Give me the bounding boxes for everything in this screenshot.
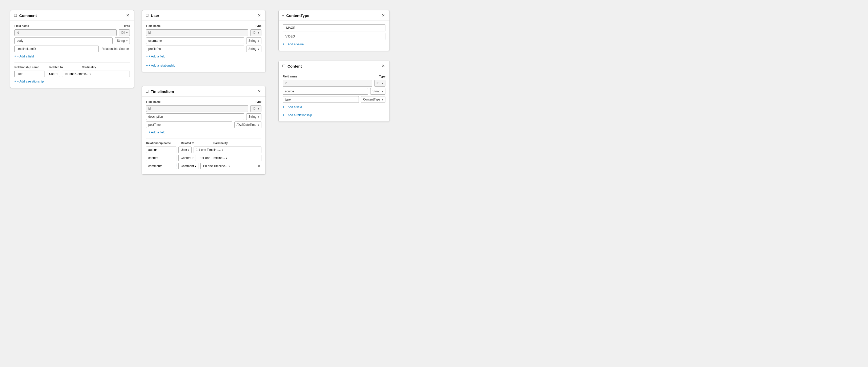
- user-profilepic-input[interactable]: [146, 45, 244, 52]
- user-id-type-chevron: ▾: [258, 31, 259, 34]
- comment-timelineitemid-row: Relationship Source: [14, 45, 130, 52]
- timelineitem-card-header: ☐ TimelineItem ✕: [142, 86, 266, 97]
- comment-card-body: Field name Type ID! ▾ String ▾: [10, 21, 134, 88]
- comment-timelineitemid-input[interactable]: [14, 45, 99, 52]
- comment-add-rel-text: + Add a relationship: [17, 80, 44, 83]
- user-username-type-select[interactable]: String ▾: [246, 37, 261, 44]
- content-add-field-link[interactable]: + + Add a field: [283, 105, 302, 109]
- user-card: ☐ User ✕ Field name Type ID! ▾ String: [142, 10, 266, 72]
- user-id-input[interactable]: [146, 29, 248, 36]
- timelineitem-comments-rel-delete-button[interactable]: ✕: [256, 163, 261, 169]
- timelineitem-description-row: String ▾: [146, 113, 261, 120]
- content-type-input[interactable]: [283, 96, 359, 103]
- timelineitem-author-rel-related-select[interactable]: User ▾: [178, 147, 192, 153]
- content-field-name-label: Field name: [283, 75, 297, 78]
- content-close-button[interactable]: ✕: [381, 64, 386, 69]
- timelineitem-comments-rel-name-input[interactable]: [146, 163, 176, 169]
- comment-card-title: Comment: [19, 13, 123, 18]
- content-type-type-value: ContentType: [363, 98, 380, 101]
- user-add-rel-text: + Add a relationship: [149, 64, 175, 67]
- comment-id-input[interactable]: [14, 29, 117, 36]
- user-username-type-chevron: ▾: [258, 39, 259, 42]
- comment-user-rel-name-input[interactable]: [14, 71, 45, 77]
- content-id-input[interactable]: [283, 80, 372, 87]
- comment-user-rel-row: User ▾ 1:1 one Comme... ▾: [14, 71, 130, 77]
- comment-rel-name-label: Relationship name: [14, 66, 47, 69]
- timelineitem-author-rel-name-input[interactable]: [146, 147, 176, 153]
- timelineitem-rel-related-label: Related to: [181, 142, 211, 145]
- comment-body-type-value: String: [117, 39, 125, 42]
- timelineitem-content-rel-related-select[interactable]: Content ▾: [178, 155, 196, 161]
- contenttype-close-button[interactable]: ✕: [381, 13, 386, 18]
- contenttype-add-value-plus: +: [283, 42, 284, 46]
- comment-user-rel-cardinality-value: 1:1 one Comme...: [64, 72, 88, 76]
- comment-field-name-label: Field name: [14, 24, 29, 27]
- comment-body-input[interactable]: [14, 37, 113, 44]
- timelineitem-author-rel-cardinality-chevron: ▾: [222, 149, 223, 151]
- user-card-header: ☐ User ✕: [142, 10, 266, 21]
- comment-close-button[interactable]: ✕: [125, 13, 130, 18]
- timelineitem-add-field-plus: +: [146, 131, 148, 134]
- comment-card-header: ☐ Comment ✕: [10, 10, 134, 21]
- timelineitem-id-input[interactable]: [146, 105, 248, 112]
- content-source-type-value: String: [373, 90, 380, 93]
- comment-add-field-plus: +: [14, 55, 16, 58]
- timelineitem-rel-cardinality-label: Cardinality: [213, 142, 261, 145]
- timelineitem-add-field-text: + Add a field: [149, 131, 165, 134]
- comment-type-label: Type: [123, 24, 130, 27]
- timelineitem-comments-rel-cardinality-select[interactable]: 1:n one Timeline... ▾: [200, 163, 254, 169]
- comment-user-rel-related-chevron: ▾: [56, 73, 58, 75]
- content-type-type-chevron: ▾: [382, 98, 383, 101]
- timelineitem-posttime-type-select[interactable]: AWSDateTime ▾: [234, 121, 261, 128]
- timelineitem-type-label: Type: [255, 100, 261, 103]
- content-source-input[interactable]: [283, 88, 368, 95]
- timelineitem-close-button[interactable]: ✕: [257, 89, 262, 94]
- timelineitem-description-input[interactable]: [146, 113, 244, 120]
- timelineitem-content-rel-related-chevron: ▾: [192, 157, 194, 159]
- content-card-body: Field name Type ID! ▾ String ▾: [279, 71, 390, 121]
- user-add-field-text: + Add a field: [149, 55, 165, 58]
- user-profilepic-type-select[interactable]: String ▾: [246, 45, 261, 52]
- content-source-type-select[interactable]: String ▾: [370, 88, 385, 95]
- comment-user-rel-related-select[interactable]: User ▾: [47, 71, 60, 77]
- timelineitem-content-rel-name-input[interactable]: [146, 155, 176, 161]
- user-type-label: Type: [255, 24, 261, 27]
- timelineitem-content-rel-cardinality-chevron: ▾: [226, 157, 227, 159]
- user-close-button[interactable]: ✕: [257, 13, 262, 18]
- timelineitem-add-field-link[interactable]: + + Add a field: [146, 131, 165, 134]
- contenttype-image-value: IMAGE: [283, 24, 385, 31]
- user-add-field-link[interactable]: + + Add a field: [146, 55, 165, 58]
- user-card-title: User: [151, 13, 255, 18]
- content-card-title: Content: [287, 64, 379, 68]
- content-type-type-select[interactable]: ContentType ▾: [361, 96, 385, 103]
- timelineitem-comments-rel-related-select[interactable]: Comment ▾: [178, 163, 198, 169]
- content-add-rel-text: + Add a relationship: [285, 113, 312, 117]
- timelineitem-card-body: Field name Type ID! ▾ String ▾: [142, 97, 266, 174]
- timelineitem-content-rel-cardinality-select[interactable]: 1:1 one Timeline... ▾: [198, 155, 261, 161]
- timelineitem-comments-rel-row: Comment ▾ 1:n one Timeline... ▾ ✕: [146, 163, 261, 169]
- user-add-rel-plus: +: [146, 64, 148, 67]
- timelineitem-author-rel-cardinality-select[interactable]: 1:1 one Timeline... ▾: [194, 147, 261, 153]
- comment-add-field-link[interactable]: + + Add a field: [14, 55, 34, 58]
- timelineitem-rel-name-label: Relationship name: [146, 142, 179, 145]
- user-username-input[interactable]: [146, 37, 244, 44]
- contenttype-add-value-link[interactable]: + + Add a value: [283, 42, 304, 46]
- timelineitem-comments-rel-cardinality-value: 1:n one Timeline...: [203, 164, 227, 168]
- comment-rel-related-label: Related to: [49, 66, 80, 69]
- timelineitem-author-rel-row: User ▾ 1:1 one Timeline... ▾: [146, 147, 261, 153]
- user-add-relationship-link[interactable]: + + Add a relationship: [146, 64, 175, 67]
- comment-add-relationship-link[interactable]: + + Add a relationship: [14, 80, 44, 83]
- comment-body-type-select[interactable]: String ▾: [115, 37, 130, 44]
- timelineitem-rel-header: Relationship name Related to Cardinality: [146, 142, 261, 145]
- contenttype-video-value: VIDEO: [283, 33, 385, 40]
- user-id-row: ID! ▾: [146, 29, 261, 36]
- timelineitem-posttime-row: AWSDateTime ▾: [146, 121, 261, 128]
- timelineitem-description-type-value: String: [249, 115, 256, 118]
- timelineitem-posttime-type-chevron: ▾: [258, 124, 259, 126]
- comment-user-rel-cardinality-select[interactable]: 1:1 one Comme... ▾: [62, 71, 130, 77]
- timelineitem-description-type-select[interactable]: String ▾: [246, 113, 261, 120]
- content-add-relationship-link[interactable]: + + Add a relationship: [283, 113, 312, 117]
- timelineitem-content-rel-row: Content ▾ 1:1 one Timeline... ▾: [146, 155, 261, 161]
- timelineitem-posttime-input[interactable]: [146, 121, 232, 128]
- timelineitem-author-rel-cardinality-value: 1:1 one Timeline...: [196, 148, 221, 152]
